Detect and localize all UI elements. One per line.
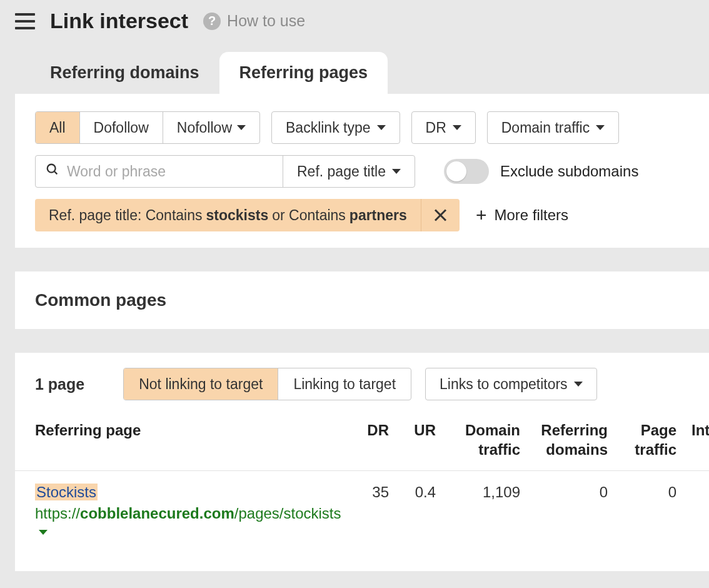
how-to-use-link[interactable]: ? How to use [203,12,305,30]
follow-nofollow-chip[interactable]: Nofollow [163,112,259,143]
search-scope-label: Ref. page title [297,163,386,180]
domain-traffic-dropdown[interactable]: Domain traffic [487,111,619,144]
tab-referring-pages[interactable]: Referring pages [219,52,388,94]
search-icon [46,163,59,180]
follow-type-group: All Dofollow Nofollow [35,111,260,144]
cell-dr: 35 [353,471,396,553]
chevron-down-icon [453,125,461,130]
remove-filter-button[interactable] [421,199,460,231]
chevron-down-icon [377,125,386,130]
results-panel: 1 page Not linking to target Linking to … [15,353,709,571]
follow-all-chip[interactable]: All [36,112,80,143]
svg-line-1 [54,171,58,175]
chevron-down-icon[interactable] [39,530,48,535]
tab-referring-domains[interactable]: Referring domains [30,52,219,94]
col-referring-page[interactable]: Referring page [15,412,353,471]
col-referring-domains[interactable]: Referring domains [528,412,615,471]
cell-ur: 0.4 [396,471,443,553]
exclude-subdomains-label: Exclude subdomains [500,163,638,180]
linking-target-segments: Not linking to target Linking to target [123,368,411,400]
results-table: Referring page DR UR Domain traffic Refe… [15,412,709,552]
page-header: Link intersect ? How to use [0,0,709,52]
question-mark-icon: ? [203,13,221,30]
chevron-down-icon [237,125,246,130]
col-ur[interactable]: UR [396,412,443,471]
common-pages-heading: Common pages [15,271,709,329]
chevron-down-icon [574,382,583,387]
row-url[interactable]: https://cobblelanecured.com/pages/stocki… [35,505,345,540]
plus-icon: + [476,206,487,225]
col-domain-traffic[interactable]: Domain traffic [443,412,528,471]
search-scope-dropdown[interactable]: Ref. page title [283,156,415,187]
cell-intersect [684,471,709,553]
search-input[interactable] [67,163,273,180]
how-to-use-label: How to use [227,12,305,30]
active-filter-label: Ref. page title: Contains stockists or C… [35,207,421,224]
links-to-competitors-dropdown[interactable]: Links to competitors [425,368,597,400]
backlink-type-label: Backlink type [286,119,371,136]
close-icon [433,208,447,222]
more-filters-label: More filters [494,206,568,224]
more-filters-button[interactable]: + More filters [476,206,568,225]
col-page-traffic[interactable]: Page traffic [615,412,684,471]
filters-panel: All Dofollow Nofollow Backlink type DR D… [15,94,709,248]
active-filter-chip[interactable]: Ref. page title: Contains stockists or C… [35,199,460,231]
chevron-down-icon [596,125,605,130]
dr-label: DR [426,119,446,136]
chevron-down-icon [392,169,401,174]
follow-dofollow-chip[interactable]: Dofollow [80,112,163,143]
backlink-type-dropdown[interactable]: Backlink type [271,111,400,144]
cell-page-traffic: 0 [615,471,684,553]
cell-referring-domains: 0 [528,471,615,553]
domain-traffic-label: Domain traffic [501,119,590,136]
hamburger-menu-icon[interactable] [15,13,35,29]
table-row: Stockists https://cobblelanecured.com/pa… [15,471,709,553]
svg-point-0 [48,165,56,173]
page-count-label: 1 page [35,375,84,393]
tabs-row: Referring domains Referring pages [0,52,709,94]
col-dr[interactable]: DR [353,412,396,471]
toggle-knob [446,161,466,181]
segment-not-linking[interactable]: Not linking to target [124,368,278,400]
search-group: Ref. page title [35,155,415,188]
col-intersect[interactable]: Inte [684,412,709,471]
links-to-competitors-label: Links to competitors [440,376,568,393]
page-title: Link intersect [50,9,188,33]
row-title-link[interactable]: Stockists [35,484,98,500]
dr-dropdown[interactable]: DR [411,111,476,144]
segment-linking[interactable]: Linking to target [278,368,411,400]
exclude-subdomains-toggle[interactable] [444,159,489,184]
cell-domain-traffic: 1,109 [443,471,528,553]
follow-nofollow-label: Nofollow [177,119,232,136]
